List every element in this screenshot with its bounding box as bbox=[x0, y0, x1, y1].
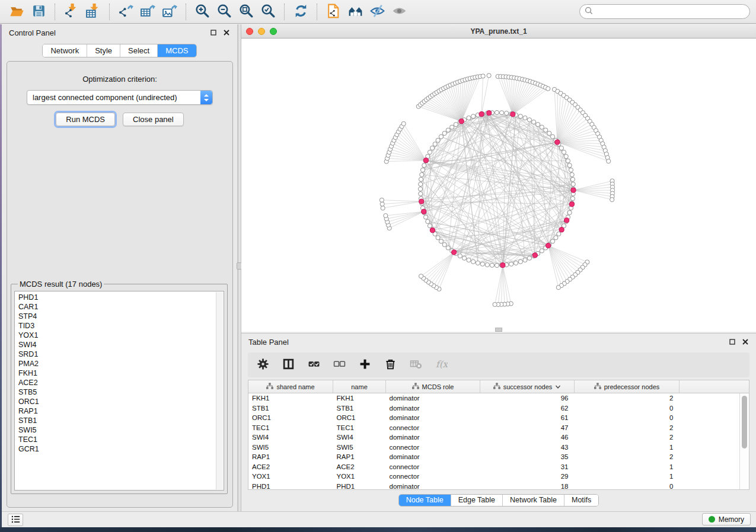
ring-node[interactable] bbox=[419, 177, 423, 181]
ring-node[interactable] bbox=[442, 131, 446, 135]
export-image-button[interactable] bbox=[159, 2, 181, 22]
refresh-view-button[interactable] bbox=[290, 2, 312, 22]
leaf-node[interactable] bbox=[384, 213, 388, 217]
leaf-node[interactable] bbox=[379, 198, 384, 202]
leaf-node[interactable] bbox=[419, 274, 423, 278]
column-header-shared-name[interactable]: shared name bbox=[248, 380, 333, 393]
table-row[interactable]: RAP1RAP1dominator352 bbox=[248, 452, 749, 462]
mcds-hub-node[interactable] bbox=[564, 218, 569, 223]
tab-select[interactable]: Select bbox=[120, 44, 158, 57]
ring-node[interactable] bbox=[428, 224, 432, 228]
mcds-hub-node[interactable] bbox=[452, 250, 457, 255]
ring-node[interactable] bbox=[547, 131, 551, 135]
ring-node[interactable] bbox=[420, 172, 424, 177]
mcds-hub-node[interactable] bbox=[459, 119, 464, 124]
settings-button[interactable] bbox=[256, 358, 269, 371]
ring-node[interactable] bbox=[527, 118, 531, 122]
ring-node[interactable] bbox=[536, 122, 540, 126]
ring-node[interactable] bbox=[454, 122, 458, 126]
ring-node[interactable] bbox=[490, 263, 494, 267]
close-panel-button[interactable]: Close panel bbox=[123, 113, 184, 126]
ring-node[interactable] bbox=[567, 164, 572, 168]
ring-node[interactable] bbox=[471, 259, 476, 264]
ring-node[interactable] bbox=[532, 120, 536, 124]
ring-node[interactable] bbox=[436, 138, 440, 142]
table-row[interactable]: TEC1TEC1connector472 bbox=[248, 423, 749, 433]
import-network-button[interactable] bbox=[60, 2, 82, 22]
ring-node[interactable] bbox=[567, 210, 572, 214]
ring-node[interactable] bbox=[509, 262, 513, 266]
column-header-predecessor-nodes[interactable]: predecessor nodes bbox=[575, 380, 680, 393]
mcds-hub-node[interactable] bbox=[559, 227, 564, 232]
mcds-hub-node[interactable] bbox=[511, 112, 515, 117]
ring-node[interactable] bbox=[467, 258, 471, 262]
zoom-in-button[interactable] bbox=[192, 2, 213, 22]
export-network-button[interactable] bbox=[115, 2, 137, 22]
ring-node[interactable] bbox=[523, 258, 527, 262]
ring-node[interactable] bbox=[420, 168, 425, 172]
ring-node[interactable] bbox=[554, 236, 558, 240]
search-field[interactable] bbox=[579, 4, 750, 19]
table-row[interactable]: SWI5SWI5connector431 bbox=[248, 443, 749, 453]
tab-network-table[interactable]: Network Table bbox=[503, 495, 564, 506]
hide-selected-button[interactable] bbox=[366, 2, 388, 22]
select-all-button[interactable] bbox=[307, 358, 320, 371]
ring-node[interactable] bbox=[423, 215, 428, 219]
ring-node[interactable] bbox=[446, 246, 450, 250]
ring-node[interactable] bbox=[500, 111, 504, 115]
ring-node[interactable] bbox=[570, 177, 575, 181]
tab-node-table[interactable]: Node Table bbox=[399, 495, 451, 506]
mcds-hub-node[interactable] bbox=[571, 188, 576, 193]
ring-node[interactable] bbox=[419, 182, 423, 186]
ring-node[interactable] bbox=[527, 256, 531, 260]
table-row[interactable]: STB1STB1dominator620 bbox=[248, 403, 749, 414]
ring-node[interactable] bbox=[450, 125, 454, 129]
add-column-button[interactable] bbox=[358, 358, 371, 371]
zoom-fit-button[interactable] bbox=[235, 2, 257, 22]
network-from-selection-button[interactable] bbox=[323, 2, 344, 22]
ring-node[interactable] bbox=[471, 114, 476, 118]
column-header-MCDS-role[interactable]: MCDS role bbox=[386, 380, 480, 393]
ring-node[interactable] bbox=[476, 261, 480, 265]
optimization-criterion-select[interactable]: largest connected component (undirected) bbox=[27, 90, 213, 105]
table-scrollbar-thumb[interactable] bbox=[742, 396, 747, 448]
table-row[interactable]: ACE2ACE2connector311 bbox=[248, 462, 749, 472]
table-row[interactable]: PHD1PHD1dominator180 bbox=[248, 482, 749, 491]
mcds-hub-node[interactable] bbox=[487, 111, 492, 116]
ring-node[interactable] bbox=[422, 164, 426, 168]
mcds-hub-node[interactable] bbox=[423, 158, 428, 163]
ring-node[interactable] bbox=[467, 116, 471, 120]
result-list-scrollbar[interactable] bbox=[216, 292, 223, 489]
leaf-node[interactable] bbox=[607, 159, 611, 163]
ring-node[interactable] bbox=[569, 168, 573, 172]
ring-node[interactable] bbox=[428, 150, 432, 154]
delete-column-button[interactable] bbox=[384, 358, 397, 371]
ring-node[interactable] bbox=[462, 256, 466, 260]
search-input[interactable] bbox=[596, 7, 745, 17]
ring-node[interactable] bbox=[559, 146, 563, 150]
maximize-window-icon[interactable] bbox=[270, 28, 277, 35]
ring-node[interactable] bbox=[505, 111, 509, 115]
ring-node[interactable] bbox=[557, 232, 561, 236]
ring-node[interactable] bbox=[540, 249, 544, 253]
mcds-hub-node[interactable] bbox=[546, 243, 551, 248]
zoom-selected-button[interactable] bbox=[257, 2, 279, 22]
ring-node[interactable] bbox=[426, 219, 430, 223]
column-header-successor-nodes[interactable]: successor nodes bbox=[480, 380, 575, 393]
ring-node[interactable] bbox=[570, 172, 574, 177]
ring-node[interactable] bbox=[495, 110, 499, 114]
mcds-hub-node[interactable] bbox=[479, 112, 484, 117]
tab-network[interactable]: Network bbox=[43, 44, 87, 57]
ring-node[interactable] bbox=[570, 197, 575, 201]
zoom-out-button[interactable] bbox=[213, 2, 235, 22]
ring-node[interactable] bbox=[418, 187, 422, 191]
close-table-panel-icon[interactable] bbox=[742, 338, 749, 345]
table-scrollbar[interactable] bbox=[739, 393, 749, 489]
ring-node[interactable] bbox=[513, 261, 518, 265]
ring-node[interactable] bbox=[446, 128, 450, 132]
column-header-name[interactable]: name bbox=[333, 380, 386, 393]
tab-edge-table[interactable]: Edge Table bbox=[451, 495, 503, 506]
ring-node[interactable] bbox=[523, 116, 527, 120]
show-hidden-button[interactable] bbox=[388, 2, 410, 22]
first-neighbors-button[interactable] bbox=[344, 2, 366, 22]
